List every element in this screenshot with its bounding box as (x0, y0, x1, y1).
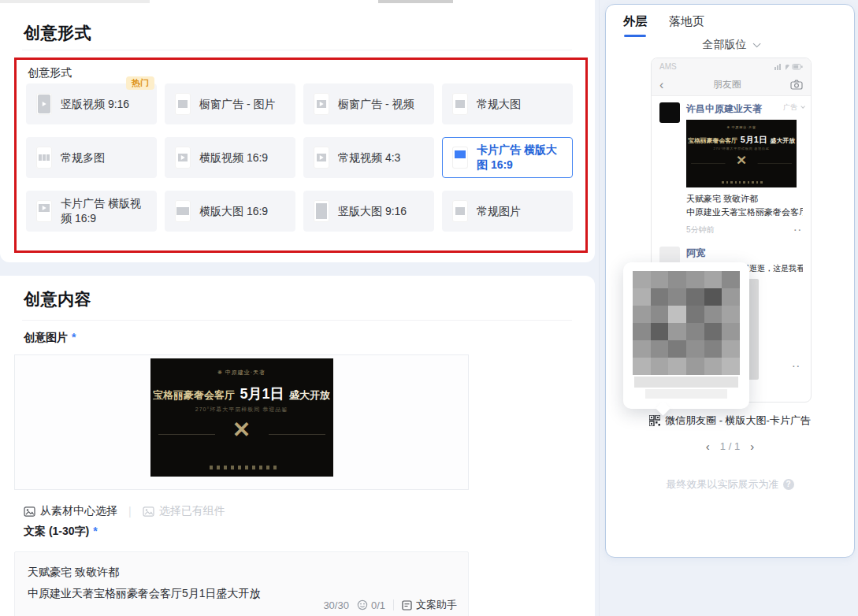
section-divider (22, 320, 572, 321)
friend-name: 阿宽 (686, 247, 803, 260)
emoji-counter: 0/1 (371, 599, 385, 611)
ad-creative-image: 中原建业·天著 宝格丽豪奢会客厅 5月1日 盛大开放 270°环幕大平层样板间 … (150, 358, 333, 477)
format-tile-label: 常规大图 (477, 97, 521, 112)
advertiser-avatar (659, 102, 680, 123)
counter-divider (393, 599, 394, 610)
format-tile-label: 橱窗广告 - 视频 (338, 97, 414, 112)
preview-pagination: ‹ 1 / 1 › (606, 440, 854, 452)
page-top-fragment-left (0, 0, 150, 3)
video-format-icon (314, 93, 329, 115)
format-tile-label: 常规多图 (61, 150, 105, 165)
qr-code-icon (649, 415, 660, 426)
format-tile[interactable]: 常规图片 (442, 191, 573, 232)
format-tile[interactable]: 卡片广告 横版视频 16:9 (26, 191, 157, 232)
multi-format-icon (36, 147, 52, 169)
copy-assistant-button[interactable]: 文案助手 (402, 598, 457, 612)
tab-outer-layer[interactable]: 外层 (623, 14, 647, 34)
section-divider (22, 50, 572, 50)
format-tile[interactable]: 橱窗广告 - 视频 (303, 83, 434, 124)
ornament-icon (150, 417, 333, 443)
smiley-icon (357, 599, 368, 610)
select-existing-link[interactable]: 选择已有组件 (143, 504, 225, 518)
creative-footline-decor (206, 466, 278, 469)
creative-image-box: 中原建业·天著 宝格丽豪奢会客厅 5月1日 盛大开放 270°环幕大平层样板间 … (14, 354, 469, 490)
format-tile[interactable]: 卡片广告 横版大图 16:9 (442, 137, 573, 178)
tall-format-icon (314, 200, 329, 222)
format-tile[interactable]: 橱窗广告 - 图片 (165, 83, 295, 124)
help-icon: ? (783, 479, 794, 490)
ad-post-timestamp: 5分钟前 (686, 225, 715, 236)
format-tile[interactable]: 竖版大图 9:16 (303, 191, 434, 232)
picture-icon (24, 507, 35, 517)
brand-logo-icon (217, 369, 225, 375)
required-mark: * (72, 331, 76, 343)
format-tile[interactable]: 竖版视频 9:16热门 (26, 83, 157, 124)
format-tile-label: 横版大图 16:9 (199, 204, 268, 219)
wide-format-icon (175, 200, 191, 222)
format-tile-label: 横版视频 16:9 (199, 150, 268, 165)
prev-page-button[interactable]: ‹ (706, 440, 710, 452)
ad-tag: 广告 (783, 102, 803, 113)
creative-subline: 270°环幕大平层样板间 恭迎品鉴 (150, 406, 333, 414)
carrier-label: AMS (659, 62, 677, 71)
format-tile-label: 橱窗广告 - 图片 (199, 97, 275, 112)
qr-mosaic-footer-1 (634, 377, 738, 388)
brand-text: 中原建业·天著 (225, 369, 266, 375)
tab-landing-page[interactable]: 落地页 (669, 14, 704, 34)
placement-caption: 微信朋友圈 - 横版大图-卡片广告 (606, 414, 854, 428)
format-tile-label: 竖版大图 9:16 (338, 204, 407, 219)
emoji-button[interactable]: 0/1 (357, 599, 385, 611)
preview-disclaimer: 最终效果以实际展示为准 ? (606, 477, 854, 492)
camera-icon (790, 80, 803, 90)
phone-status-bar: AMS (652, 58, 811, 74)
qr-mosaic (633, 271, 740, 375)
page-indicator: 1 / 1 (720, 440, 740, 452)
assistant-icon (402, 600, 412, 610)
highlight-red-box: 创意形式 竖版视频 9:16热门橱窗广告 - 图片橱窗广告 - 视频常规大图常规… (14, 58, 588, 253)
ad-post-text-2: 中原建业天著宝格丽豪奢会客厅5月1日盛... (686, 206, 803, 218)
next-page-button[interactable]: › (750, 440, 754, 452)
format-tile[interactable]: 常规多图 (26, 137, 157, 178)
card-format-icon (452, 147, 468, 169)
copy-field-label: 文案 (1-30字)* (24, 525, 98, 539)
image-format-icon (452, 200, 468, 222)
chevron-down-icon (800, 104, 805, 109)
format-tile[interactable]: 横版大图 16:9 (165, 191, 295, 232)
format-tile-label: 常规视频 4:3 (338, 150, 400, 165)
ad-post: 许昌中原建业天著 广告 中原建业·天著 宝格丽豪奢会客厅 5月1日 盛大开放 (659, 102, 803, 236)
qr-mosaic-footer-2 (645, 389, 727, 399)
format-tile-label: 卡片广告 横版大图 16:9 (477, 143, 566, 173)
chevron-down-icon (752, 39, 760, 47)
creative-format-card: 创意形式 创意形式 竖版视频 9:16热门橱窗广告 - 图片橱窗广告 - 视频常… (0, 4, 595, 262)
status-icons (774, 62, 803, 70)
required-mark: * (93, 525, 97, 537)
phone-nav-bar: ‹ 朋友圈 (652, 74, 811, 96)
card-video-format-icon (36, 200, 52, 222)
preview-tabs: 外层 落地页 (623, 14, 704, 34)
format-tile[interactable]: 常规视频 4:3 (303, 137, 434, 178)
format-tile[interactable]: 常规大图 (442, 83, 573, 124)
ad-post-text-1: 天赋豪宅 致敬许都 (686, 192, 803, 205)
select-from-library-link[interactable]: 从素材中心选择 (24, 504, 117, 518)
char-counter: 30/30 (323, 599, 349, 611)
video-format-icon (175, 147, 191, 169)
vertical-video-format-icon (36, 93, 52, 115)
preview-panel: 外层 落地页 全部版位 AMS ‹ 朋友圈 (605, 4, 855, 558)
ornament-icon (686, 153, 797, 168)
format-tiles: 竖版视频 9:16热门橱窗广告 - 图片橱窗广告 - 视频常规大图常规多图横版视… (26, 83, 573, 232)
page-top-fragment-mid (378, 0, 453, 3)
format-tile-label: 竖版视频 9:16 (61, 97, 129, 112)
placement-filter-dropdown[interactable]: 全部版位 (606, 38, 854, 52)
screen: 创意形式 创意形式 竖版视频 9:16热门橱窗广告 - 图片橱窗广告 - 视频常… (0, 0, 858, 616)
content-divider-line (599, 0, 600, 616)
copy-textarea[interactable]: 天赋豪宅 致敬许都 中原建业天著宝格丽豪奢会客厅5月1日盛大开放 30/30 0… (14, 551, 469, 616)
format-tile[interactable]: 横版视频 16:9 (165, 137, 295, 178)
image-format-icon (175, 93, 191, 115)
picture-icon (143, 507, 154, 517)
phone-nav-title: 朋友圈 (663, 78, 790, 91)
hot-badge: 热门 (126, 76, 154, 90)
creative-headline: 宝格丽豪奢会客厅 5月1日 盛大开放 (150, 384, 333, 403)
format-tile-label: 常规图片 (477, 204, 521, 219)
video-format-icon (314, 147, 329, 169)
ad-post-image: 中原建业·天著 宝格丽豪奢会客厅 5月1日 盛大开放 270°环幕大平层样板间 … (686, 120, 797, 187)
